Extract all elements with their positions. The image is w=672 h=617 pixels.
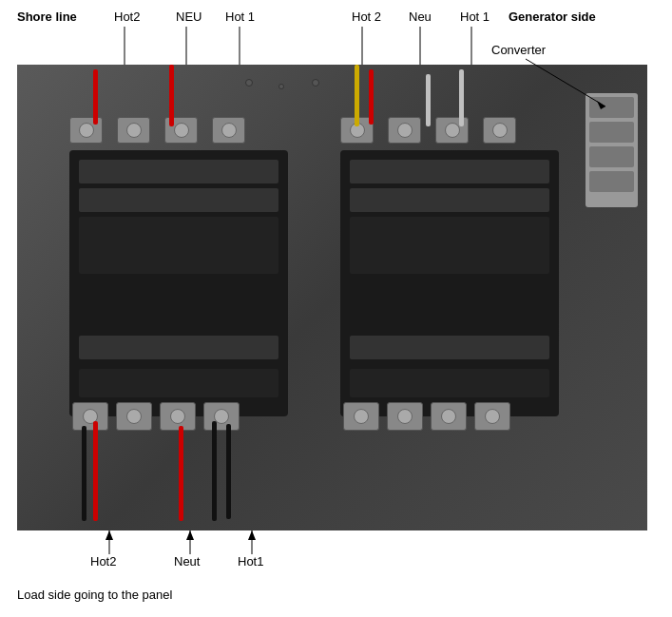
rt-terminal-4 [589,171,634,192]
label-bottom-hot2: Hot2 [90,554,116,569]
terminal-br-4 [474,402,510,431]
wire-black-2 [212,421,217,521]
label-top-hot1: Hot 1 [225,10,255,24]
panel-background [17,65,647,530]
hole-3 [278,84,284,89]
contactor-right [340,150,559,416]
svg-marker-13 [248,530,256,540]
photo-area [17,65,647,530]
diagram-container: Shore line Hot2 NEU Hot 1 Hot 2 Neu Hot … [0,0,672,617]
terminal-tl-2 [117,117,150,144]
terminal-bl-4 [203,402,240,431]
label-top-hot2: Hot2 [114,10,140,24]
terminal-br-1 [343,402,379,431]
hole-2 [312,79,319,87]
terminals-bottom-right [343,402,510,431]
label-generator-side: Generator side [509,10,596,24]
wire-red-3 [369,69,374,125]
label-load-side: Load side going to the panel [17,588,172,602]
terminal-tl-4 [212,117,245,144]
svg-marker-11 [186,530,194,540]
terminal-br-2 [387,402,423,431]
rt-terminal-3 [589,146,634,167]
terminal-bl-1 [72,402,108,431]
terminal-tr-2 [388,117,421,144]
rt-terminal-2 [589,122,634,143]
wire-black-3 [226,424,231,519]
wire-yellow-1 [355,65,359,126]
label-top-neu: NEU [176,10,202,24]
terminal-br-3 [431,402,467,431]
wire-white-2 [459,69,464,126]
label-top-neu2: Neu [409,10,432,24]
wire-white-1 [426,74,431,126]
label-bottom-hot1: Hot1 [238,554,263,569]
wire-red-bottom-1 [93,421,98,521]
label-top-hot2b: Hot 2 [352,10,381,24]
label-top-hot1b: Hot 1 [460,10,490,24]
wire-red-2 [169,65,174,126]
contactor-left [69,150,288,416]
wire-black-1 [82,426,86,521]
terminal-bl-3 [160,402,196,431]
wire-red-bottom-2 [179,426,183,521]
terminal-tr-4 [483,117,516,144]
rt-terminal-1 [589,97,634,118]
right-terminal-block [586,93,638,207]
label-converter: Converter [491,43,546,57]
terminal-bl-2 [116,402,152,431]
wire-red-1 [93,69,98,125]
label-bottom-neut: Neut [174,554,200,569]
label-shore-line: Shore line [17,10,77,24]
hole-1 [245,79,253,87]
svg-marker-9 [106,530,113,540]
